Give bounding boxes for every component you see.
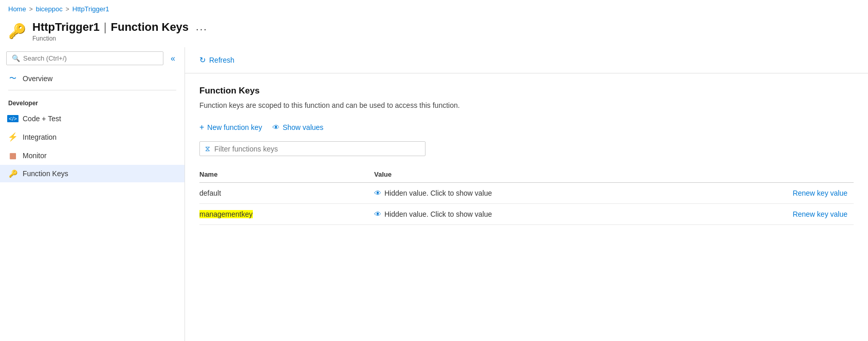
- sidebar: 🔍 « 〜 Overview Developer </> Code + Test…: [0, 47, 185, 341]
- filter-row: ⧖: [199, 141, 854, 156]
- sidebar-item-integration[interactable]: ⚡ Integration: [0, 127, 184, 146]
- content-body: Function Keys Function keys are scoped t…: [185, 73, 868, 237]
- hidden-value-default[interactable]: 👁 Hidden value. Click to show value: [374, 189, 553, 197]
- main-layout: 🔍 « 〜 Overview Developer </> Code + Test…: [0, 47, 868, 341]
- search-icon: 🔍: [12, 54, 20, 62]
- show-values-label: Show values: [283, 123, 323, 131]
- sidebar-item-overview-label: Overview: [23, 74, 52, 83]
- col-header-name: Name: [199, 166, 374, 183]
- sidebar-item-integration-label: Integration: [23, 133, 57, 141]
- hidden-value-text-management: Hidden value. Click to show value: [384, 210, 492, 218]
- key-name-management: managementkey: [199, 210, 253, 218]
- page-header: 🔑 HttpTrigger1 | Function Keys ... Funct…: [0, 18, 868, 47]
- filter-input[interactable]: [214, 145, 420, 153]
- breadcrumb-sep-2: >: [66, 6, 69, 13]
- search-input[interactable]: [23, 54, 158, 62]
- sidebar-search-row: 🔍 «: [0, 47, 184, 69]
- renew-key-default[interactable]: Renew key value: [792, 189, 847, 197]
- breadcrumb-sep-1: >: [29, 6, 33, 13]
- col-header-value: Value: [374, 166, 559, 183]
- section-description: Function keys are scoped to this functio…: [199, 101, 854, 109]
- action-row: + New function key 👁 Show values: [199, 122, 854, 133]
- col-header-action: [559, 166, 854, 183]
- sidebar-divider: [8, 90, 176, 90]
- filter-input-wrap[interactable]: ⧖: [199, 141, 426, 156]
- plus-icon: +: [199, 123, 204, 132]
- eye-icon-management: 👁: [374, 210, 381, 218]
- filter-icon: ⧖: [205, 144, 210, 153]
- collapse-button[interactable]: «: [168, 52, 178, 65]
- developer-section-label: Developer: [0, 92, 184, 110]
- ellipsis-button[interactable]: ...: [193, 20, 211, 34]
- sidebar-item-code-test[interactable]: </> Code + Test: [0, 110, 184, 127]
- eye-icon: 👁: [272, 123, 280, 131]
- eye-icon-default: 👁: [374, 189, 381, 197]
- sidebar-item-overview[interactable]: 〜 Overview: [0, 69, 184, 88]
- sidebar-item-code-test-label: Code + Test: [23, 115, 61, 123]
- new-function-key-button[interactable]: + New function key: [199, 122, 262, 133]
- refresh-label: Refresh: [209, 56, 234, 64]
- breadcrumb-home[interactable]: Home: [8, 5, 26, 13]
- section-title: Function Keys: [199, 86, 854, 96]
- table-row: default 👁 Hidden value. Click to show va…: [199, 183, 854, 204]
- breadcrumb-biceppoc[interactable]: biceppoc: [36, 5, 63, 13]
- sidebar-search-box[interactable]: 🔍: [6, 51, 163, 65]
- breadcrumb-httptrigger1[interactable]: HttpTrigger1: [72, 5, 109, 13]
- function-keys-icon: 🔑: [8, 169, 17, 178]
- overview-icon: 〜: [8, 74, 17, 83]
- table-row: managementkey 👁 Hidden value. Click to s…: [199, 204, 854, 225]
- header-text: HttpTrigger1 | Function Keys ... Functio…: [32, 20, 211, 42]
- integration-icon: ⚡: [8, 132, 17, 142]
- sidebar-item-function-keys[interactable]: 🔑 Function Keys: [0, 165, 184, 182]
- function-keys-table: Name Value default 👁 Hidden value.: [199, 166, 854, 225]
- sidebar-item-monitor[interactable]: ▦ Monitor: [0, 146, 184, 165]
- refresh-button[interactable]: ↻ Refresh: [195, 53, 238, 67]
- hidden-value-management[interactable]: 👁 Hidden value. Click to show value: [374, 210, 553, 218]
- content-area: ↻ Refresh Function Keys Function keys ar…: [185, 47, 868, 341]
- hidden-value-text-default: Hidden value. Click to show value: [384, 189, 492, 197]
- page-title: HttpTrigger1 | Function Keys ...: [32, 20, 211, 34]
- sidebar-item-monitor-label: Monitor: [23, 151, 47, 160]
- key-icon: 🔑: [8, 23, 26, 40]
- resource-subtitle: Function: [32, 35, 211, 42]
- breadcrumb: Home > biceppoc > HttpTrigger1: [0, 0, 868, 18]
- code-test-icon: </>: [8, 115, 17, 122]
- key-name-default: default: [199, 189, 221, 197]
- show-values-button[interactable]: 👁 Show values: [272, 122, 323, 132]
- renew-key-management[interactable]: Renew key value: [792, 210, 847, 218]
- refresh-icon: ↻: [199, 55, 206, 65]
- new-function-key-label: New function key: [207, 123, 262, 131]
- sidebar-item-function-keys-label: Function Keys: [23, 169, 68, 178]
- toolbar: ↻ Refresh: [185, 47, 868, 73]
- monitor-icon: ▦: [8, 151, 17, 160]
